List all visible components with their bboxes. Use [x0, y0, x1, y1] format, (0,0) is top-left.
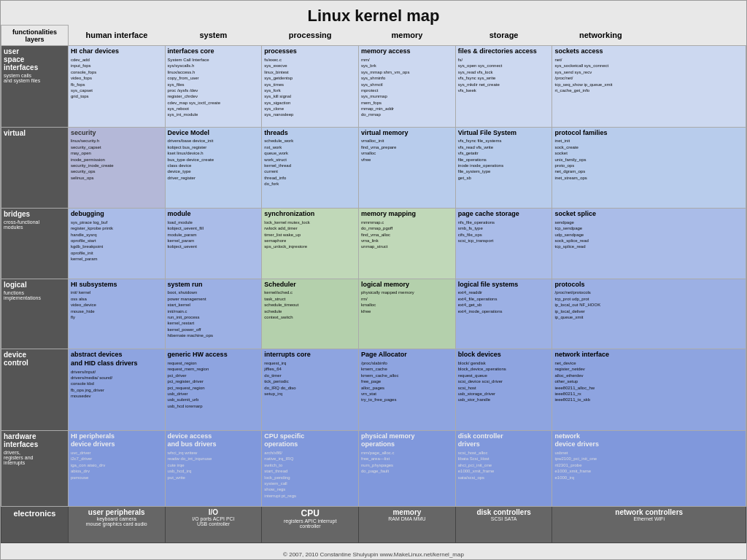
- cell-sync: synchronization lock_kernel mutex_lockrw…: [262, 209, 359, 279]
- row-label-user: userspaceinterfaces system callsand syst…: [1, 46, 69, 127]
- col-header-extra: [649, 26, 746, 46]
- cell-hi-periph: HI peripheralsdevice drivers uvc_driveri…: [68, 430, 165, 506]
- cell-security: security linux/security.hsecurity_capset…: [68, 127, 165, 208]
- elec-cpu: CPU registers APIC interruptcontroller: [262, 506, 359, 542]
- kernel-map: Linux kernel map functionalitieslayers h…: [0, 0, 747, 560]
- col-header-storage: storage: [455, 26, 552, 46]
- row-label-virtual: virtual: [1, 127, 69, 208]
- cell-hi-char: HI char devices cdev_addinput_fopsconsol…: [68, 46, 165, 127]
- col-header-networking: networking: [552, 26, 649, 46]
- row-label-device: devicecontrol: [1, 349, 69, 430]
- cell-net-device-drivers: networkdevice drivers usbnetipw2100_pci_…: [552, 430, 746, 506]
- elec-label: electronics: [1, 506, 69, 542]
- cell-debugging: debugging sys_ptrace log_bufregister_kpr…: [68, 209, 165, 279]
- col-header-layers: functionalitieslayers: [1, 26, 69, 46]
- cell-system-run: system run boot, shutdownpower managemen…: [165, 279, 262, 349]
- cell-sockets: sockets access net/sys_socketcall sys_co…: [552, 46, 746, 127]
- cell-cpu-specific: CPU specificoperations arch/x86/native_i…: [262, 430, 359, 506]
- col-header-hi: human interface: [68, 26, 165, 46]
- elec-memory: memory RAM DMA MMU: [359, 506, 456, 542]
- cell-hi-subsystems: HI subsystems init/ kerneloss alsavideo_…: [68, 279, 165, 349]
- cell-phys-mem: physical memoryoperations mm/page_alloc.…: [359, 430, 456, 506]
- cell-interfaces-core: interfaces core System Call Interfacesys…: [165, 46, 262, 127]
- cell-generic-hw: generic HW access request_regionrequest_…: [165, 349, 262, 430]
- cell-abstract-hid: abstract devicesand HID class drivers dr…: [68, 349, 165, 430]
- cell-page-allocator: Page Allocator /proc/slabinfokmem_cachek…: [359, 349, 456, 430]
- cell-interrupts: interrupts core request_irqjiffies_64do_…: [262, 349, 359, 430]
- col-header-memory: memory: [359, 26, 456, 46]
- cell-socket-splice: socket splice sendpagetcp_sendpageudp_se…: [552, 209, 746, 279]
- cell-device-access: device accessand bus drivers whci_irq wr…: [165, 430, 262, 506]
- col-header-processing: processing: [262, 26, 359, 46]
- row-label-hardware: hardwareinterfaces drivers,registers and…: [1, 430, 69, 506]
- cell-processes: processes fs/exec.csys_execvelinux_binte…: [262, 46, 359, 127]
- row-label-logical: logical functionsimplementations: [1, 279, 69, 349]
- row-label-bridges: bridges cross-functionalmodules: [1, 209, 69, 279]
- cell-memory-mapping: memory mapping mmmmap.cdo_mmap_pgofffind…: [359, 209, 456, 279]
- cell-device-model: Device Model drivers/base device_initkob…: [165, 127, 262, 208]
- cell-virtual-memory: virtual memory vmalloc_initfind_vma_prep…: [359, 127, 456, 208]
- cell-module: module load_modulekobject_uevent_fillmod…: [165, 209, 262, 279]
- cell-block-devices: block devices block/ gendiskblock_device…: [455, 349, 552, 430]
- cell-memory-access: memory access mm/sys_brksys_mmap shm_vm_…: [359, 46, 456, 127]
- cell-threads: threads schedule_worknxt_workqueue_workw…: [262, 127, 359, 208]
- elec-disk: disk controllers SCSI SATA: [455, 506, 552, 542]
- elec-network: network controllers Ethernet WiFi: [552, 506, 746, 542]
- cell-page-cache: page cache storage nfs_file_operationssm…: [455, 209, 552, 279]
- cell-protocols: protocols /proc/net/protocolstcp_prot ud…: [552, 279, 746, 349]
- elec-io: I/O I/O ports ACPI PCIUSB controller: [165, 506, 262, 542]
- cell-vfs: Virtual File System vfs_fsync file_syste…: [455, 127, 552, 208]
- cell-logical-fs: logical file systems ext4_readdirext4_fi…: [455, 279, 552, 349]
- cell-protocol-families: protocol families inet_initsock_createso…: [552, 127, 746, 208]
- col-header-system: system: [165, 26, 262, 46]
- cell-disk-controllers: disk controllerdrivers scsi_host_allocli…: [455, 430, 552, 506]
- copyright: © 2007, 2010 Constantine Shulyupin www.M…: [1, 551, 746, 558]
- cell-logical-memory: logical memory physically mapped memoryr…: [359, 279, 456, 349]
- cell-network-interface: network interface net_deviceregister_net…: [552, 349, 746, 430]
- elec-user-periph: user peripherals keyboard cameramouse gr…: [68, 506, 165, 542]
- cell-scheduler: Scheduler kernel/sched.ctask_structsched…: [262, 279, 359, 349]
- cell-files-dirs: files & directories access fs/sys_open s…: [455, 46, 552, 127]
